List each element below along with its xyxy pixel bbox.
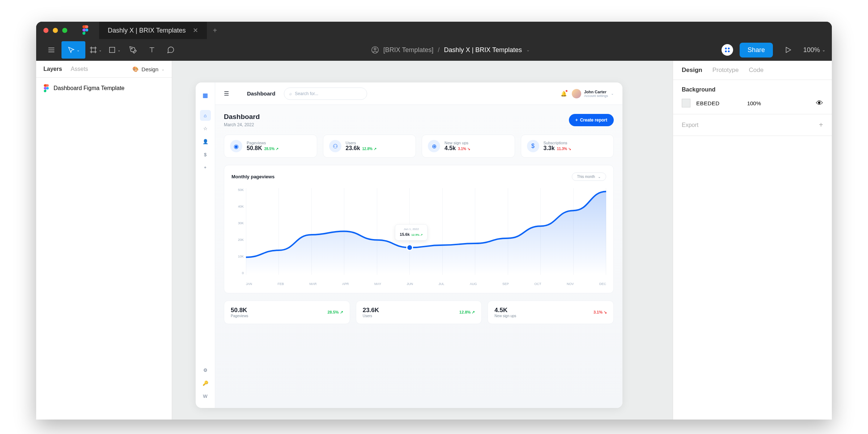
card-value: 50.8K xyxy=(231,307,248,314)
search-input[interactable]: ⌕ Search for... xyxy=(284,88,367,100)
code-tab[interactable]: Code xyxy=(749,67,763,74)
figma-file-icon xyxy=(43,84,49,92)
stat-label: Subscriptions xyxy=(544,141,571,145)
svg-point-14 xyxy=(725,48,727,50)
zoom-dropdown[interactable]: 100%⌄ xyxy=(803,46,825,54)
svg-point-20 xyxy=(407,244,413,250)
bg-color-swatch[interactable] xyxy=(682,99,690,107)
comment-tool-button[interactable] xyxy=(162,41,179,59)
stat-value: 3.3k xyxy=(544,145,555,152)
figma-logo-icon xyxy=(82,25,89,35)
tab-title: Dashly X | BRIX Templates xyxy=(108,27,186,34)
card-value: 4.5K xyxy=(494,307,516,314)
share-button[interactable]: Share xyxy=(740,43,773,58)
file-name: Dashly X | BRIX Templates xyxy=(444,46,522,54)
close-tab-icon[interactable]: ✕ xyxy=(193,26,198,34)
nav-dollar-icon[interactable]: $ xyxy=(200,149,211,160)
stat-icon: $ xyxy=(527,140,539,152)
file-tab[interactable]: Dashly X | BRIX Templates ✕ xyxy=(99,22,207,39)
bg-color-hex[interactable]: EBEDED xyxy=(696,100,720,106)
window-controls xyxy=(43,28,67,33)
title-bar: Dashly X | BRIX Templates ✕ + xyxy=(36,22,832,39)
minimize-window-icon[interactable] xyxy=(53,28,58,33)
nav-webflow-icon[interactable]: W xyxy=(200,391,211,401)
main-menu-button[interactable] xyxy=(43,41,60,59)
stat-label: Pageviews xyxy=(247,141,278,145)
stat-icon: ◉ xyxy=(230,140,242,152)
svg-point-9 xyxy=(131,48,132,49)
design-tab[interactable]: Design xyxy=(682,67,702,74)
owner-name: [BRIX Templates] xyxy=(383,46,434,54)
card-label: New sign ups xyxy=(494,314,516,318)
svg-point-17 xyxy=(728,51,729,52)
svg-point-15 xyxy=(728,48,729,50)
dashboard-frame[interactable]: ▦ ⌂ ☆ 👤 $ ⚬ ⚙ 🔑 W ☰ D xyxy=(196,82,622,408)
bell-icon[interactable]: 🔔 xyxy=(561,91,567,97)
chart-tooltip: Jun 1, 2022 15.6k 12.5% ↗ xyxy=(395,224,427,241)
close-window-icon[interactable] xyxy=(43,28,48,33)
svg-rect-8 xyxy=(110,47,115,53)
pen-tool-button[interactable] xyxy=(124,41,142,59)
create-report-button[interactable]: +Create report xyxy=(569,114,614,126)
stat-card[interactable]: $ Subscriptions 3.3k 11.3% ↘ xyxy=(521,135,614,158)
card-delta: 28.5% ↗ xyxy=(327,310,343,315)
nav-star-icon[interactable]: ☆ xyxy=(200,123,211,134)
background-label: Background xyxy=(682,86,823,93)
summary-card[interactable]: 50.8K Pageviews 28.5% ↗ xyxy=(224,301,350,324)
summary-card[interactable]: 4.5K New sign ups 3.1% ↘ xyxy=(488,301,614,324)
logo-icon: ▦ xyxy=(200,90,211,101)
stat-icon: ⊕ xyxy=(428,140,440,152)
user-circle-icon xyxy=(371,46,379,54)
user-avatar-icon[interactable] xyxy=(722,44,733,56)
nav-plug-icon[interactable]: ⚬ xyxy=(200,162,211,173)
stat-card[interactable]: ◉ Pageviews 50.8K 28.5% ↗ xyxy=(224,135,317,158)
move-tool-button[interactable]: ⌄ xyxy=(61,41,85,59)
hamburger-icon[interactable]: ☰ xyxy=(224,90,229,97)
stat-delta: 28.5% ↗ xyxy=(264,147,278,151)
text-tool-button[interactable] xyxy=(143,41,161,59)
stat-delta: 3.1% ↘ xyxy=(458,147,470,151)
stat-value: 50.8K xyxy=(247,145,262,152)
nav-home-icon[interactable]: ⌂ xyxy=(200,110,211,121)
dashboard-body: Dashboard March 24, 2022 +Create report … xyxy=(215,105,622,408)
svg-marker-18 xyxy=(786,47,791,53)
stat-value: 4.5k xyxy=(444,145,456,152)
stat-card[interactable]: ⊕ New sign ups 4.5k 3.1% ↘ xyxy=(422,135,515,158)
present-button[interactable] xyxy=(779,41,797,59)
stat-label: New sign ups xyxy=(444,141,470,145)
maximize-window-icon[interactable] xyxy=(62,28,67,33)
svg-point-0 xyxy=(85,29,88,31)
page-dropdown[interactable]: 🎨 Design ⌄ xyxy=(132,66,165,72)
nav-key-icon[interactable]: 🔑 xyxy=(200,378,211,388)
stat-card[interactable]: ⚇ Users 23.6k 12.8% ↗ xyxy=(323,135,416,158)
stat-delta: 11.3% ↘ xyxy=(557,147,571,151)
left-panel: Layers Assets 🎨 Design ⌄ Dashboard Figma… xyxy=(36,61,172,420)
chart-card: Monthly pageviews This month⌄ 50K40K30K2… xyxy=(224,165,614,293)
chart-period-dropdown[interactable]: This month⌄ xyxy=(572,173,606,181)
chart-title: Monthly pageviews xyxy=(231,174,275,179)
canvas[interactable]: ▦ ⌂ ☆ 👤 $ ⚬ ⚙ 🔑 W ☰ D xyxy=(172,61,673,420)
toolbar: ⌄ ⌄ ⌄ [BRIX Templates]/Dashly X | BRIX T… xyxy=(36,39,832,61)
summary-card[interactable]: 23.6K Users 12.8% ↗ xyxy=(356,301,482,324)
svg-point-16 xyxy=(725,51,727,52)
file-breadcrumb[interactable]: [BRIX Templates]/Dashly X | BRIX Templat… xyxy=(371,46,530,54)
add-export-button[interactable]: + xyxy=(819,121,823,129)
new-tab-button[interactable]: + xyxy=(213,26,217,35)
user-menu[interactable]: John Carter Account settings ⌄ xyxy=(572,89,614,98)
prototype-tab[interactable]: Prototype xyxy=(712,67,739,74)
bg-opacity[interactable]: 100% xyxy=(747,100,761,106)
svg-point-19 xyxy=(46,87,49,90)
nav-settings-icon[interactable]: ⚙ xyxy=(200,365,211,375)
visibility-icon[interactable]: 👁 xyxy=(816,99,823,107)
shape-tool-button[interactable]: ⌄ xyxy=(106,41,123,59)
dashboard-sidebar: ▦ ⌂ ☆ 👤 $ ⚬ ⚙ 🔑 W xyxy=(196,82,215,408)
nav-user-icon[interactable]: 👤 xyxy=(200,136,211,147)
card-label: Pageviews xyxy=(231,314,248,318)
header-title: Dashboard xyxy=(247,90,275,97)
frame-tool-button[interactable]: ⌄ xyxy=(87,41,104,59)
stat-value: 23.6k xyxy=(346,145,360,152)
layer-item[interactable]: Dashboard Figma Template xyxy=(43,82,165,94)
assets-tab[interactable]: Assets xyxy=(71,66,88,72)
plus-icon: + xyxy=(575,118,578,123)
layers-tab[interactable]: Layers xyxy=(43,66,62,72)
